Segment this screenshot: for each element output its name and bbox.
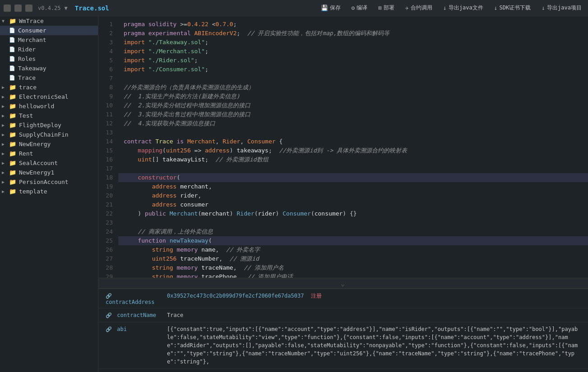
pa-folder-icon: 📁 [9, 179, 16, 185]
root-folder-icon: 📁 [9, 18, 16, 24]
name-value: Trace [167, 311, 581, 319]
ne-label: NewEnergy [19, 141, 51, 147]
merchant-label: Merchant [18, 37, 46, 43]
trace-label: Trace [18, 74, 36, 81]
export-java-project-button[interactable]: ↓ 导出java项目 [539, 3, 584, 13]
line-number-7: 7 [102, 74, 113, 83]
takeaway-file-icon: 📄 [9, 65, 15, 71]
es-label: ElectronicSeal [19, 93, 69, 100]
sidebar-item-persionaccount[interactable]: ▶ 📁 PersionAccount [0, 177, 98, 187]
sidebar-item-test[interactable]: ▶ 📁 Test [0, 111, 98, 120]
version-arrow[interactable]: ▼ [65, 5, 68, 11]
sidebar-item-helloworld[interactable]: ▶ 📁 helloworld [0, 101, 98, 111]
line-number-10: 10 [102, 101, 113, 110]
code-line-15: mapping(uint256 => address) takeaways; /… [118, 146, 588, 155]
sidebar-item-trace[interactable]: 📄 Trace [0, 73, 98, 83]
sidebar-item-template[interactable]: ▶ 📁 template [0, 187, 98, 196]
line-number-4: 4 [102, 47, 113, 56]
export-project-label: 导出java项目 [547, 4, 582, 12]
code-editor[interactable]: 1234567891011121314151617181920212223242… [98, 16, 588, 278]
save-button[interactable]: 💾 保存 [318, 3, 343, 13]
tmpl-folder-icon: 📁 [9, 188, 16, 195]
sidebar-item-sealaccount[interactable]: ▶ 📁 SealAccount [0, 158, 98, 168]
test-label: Test [19, 112, 33, 119]
line-number-17: 17 [102, 164, 113, 173]
code-line-10: // 2.实现外卖分销过程中增加溯源信息的接口 [118, 101, 588, 110]
sidebar-item-rider[interactable]: 📄 Rider [0, 45, 98, 54]
sidebar-item-merchant[interactable]: 📄 Merchant [0, 35, 98, 45]
save-icon[interactable] [25, 5, 32, 12]
sidebar-item-flightdeploy[interactable]: ▶ 📁 FlightDeploy [0, 120, 98, 130]
contract-call-label: 合约调用 [411, 4, 432, 12]
abi-label: 🔗 abi [106, 325, 160, 332]
divider-icon: ⌄ [341, 279, 346, 288]
export-java-icon: ↓ [443, 5, 447, 11]
name-icon: 🔗 [106, 312, 112, 318]
code-line-20: address rider, [118, 191, 588, 200]
code-line-23 [118, 218, 588, 227]
abi-value[interactable]: [{"constant":true,"inputs":[{"name":"acc… [167, 325, 581, 366]
open-file-icon[interactable] [14, 5, 22, 12]
sa-arrow: ▶ [2, 161, 6, 165]
consumer-label: Consumer [18, 27, 46, 34]
info-row-abi: 🔗 abi [{"constant":true,"inputs":[{"name… [98, 322, 588, 369]
sidebar-item-trace-folder[interactable]: ▶ 📁 trace [0, 83, 98, 92]
line-number-28: 28 [102, 263, 113, 272]
hw-label: helloworld [19, 103, 54, 110]
code-line-25: function newTakeaway( [118, 236, 588, 245]
address-value[interactable]: 0x39527ec473c0c2b099d79fe2cf2060fe67da50… [167, 292, 581, 300]
sidebar-item-newenergy1[interactable]: ▶ 📁 NewEnergy1 [0, 168, 98, 177]
sidebar-root-wmtrace[interactable]: ▼ 📁 WmTrace [0, 16, 98, 26]
scf-arrow: ▶ [2, 132, 6, 137]
line-number-15: 15 [102, 146, 113, 155]
code-line-5: import "./Rider.sol"; [118, 56, 588, 65]
sidebar-item-roles[interactable]: 📄 Roles [0, 54, 98, 64]
sidebar-item-rent[interactable]: ▶ 📁 Rent [0, 149, 98, 158]
line-number-5: 5 [102, 56, 113, 65]
code-line-1: pragma solidity >=0.4.22 <0.7.0; [118, 20, 588, 29]
deploy-button[interactable]: ⊞ 部署 [375, 3, 397, 13]
code-line-28: string memory traceName, // 添加用户名 [118, 263, 588, 272]
code-line-7 [118, 74, 588, 83]
rent-label: Rent [19, 150, 33, 157]
sdk-download-button[interactable]: ↓ SDK证书下载 [491, 3, 534, 13]
roles-file-icon: 📄 [9, 56, 15, 62]
line-number-9: 9 [102, 92, 113, 101]
code-line-12: // 4.实现获取外卖溯源信息接口 [118, 119, 588, 128]
rider-file-icon: 📄 [9, 46, 15, 52]
ne1-arrow: ▶ [2, 170, 6, 175]
code-line-18: constructor( [118, 173, 588, 182]
sidebar: ▼ 📁 WmTrace 📄 Consumer 📄 Merchant 📄 Ride… [0, 16, 98, 372]
new-file-icon[interactable] [4, 5, 11, 12]
rent-arrow: ▶ [2, 151, 6, 156]
pane-divider[interactable]: ⌄ [98, 278, 588, 289]
line-number-24: 24 [102, 227, 113, 236]
deploy-btn-label: 部署 [384, 4, 394, 12]
line-numbers: 1234567891011121314151617181920212223242… [98, 16, 118, 278]
sidebar-item-supplychainfin[interactable]: ▶ 📁 SupplyChainFin [0, 130, 98, 139]
info-row-name: 🔗 contractName Trace [98, 308, 588, 322]
code-line-16: uint[] takeawayList; // 外卖溯源id数组 [118, 155, 588, 164]
ne-arrow: ▶ [2, 142, 6, 147]
code-content[interactable]: pragma solidity >=0.4.22 <0.7.0;pragma e… [118, 16, 588, 278]
roles-label: Roles [18, 55, 36, 62]
sidebar-item-electronicseal[interactable]: ▶ 📁 ElectronicSeal [0, 92, 98, 101]
sidebar-item-consumer[interactable]: 📄 Consumer [0, 26, 98, 35]
sa-label: SealAccount [19, 160, 58, 166]
line-number-13: 13 [102, 128, 113, 137]
export-java-button[interactable]: ↓ 导出java文件 [440, 3, 486, 13]
contract-call-button[interactable]: ✈ 合约调用 [403, 3, 435, 13]
compile-button[interactable]: ⚙ 编译 [349, 3, 370, 13]
abi-icon: 🔗 [106, 326, 112, 332]
trace-file-icon: 📄 [9, 75, 15, 81]
pa-label: PersionAccount [19, 179, 69, 185]
sdk-download-label: SDK证书下载 [500, 4, 531, 12]
sidebar-item-takeaway[interactable]: 📄 Takeaway [0, 64, 98, 73]
sa-folder-icon: 📁 [9, 160, 16, 166]
ne1-folder-icon: 📁 [9, 169, 16, 176]
sidebar-item-newenergy[interactable]: ▶ 📁 NewEnergy [0, 139, 98, 149]
rent-folder-icon: 📁 [9, 150, 16, 157]
code-line-27: uint256 traceNumber, // 溯源id [118, 254, 588, 263]
code-line-8: //外卖溯源合约（负责具体外卖溯源信息的生成） [118, 83, 588, 92]
info-row-address: 🔗 contractAddress 0x39527ec473c0c2b099d7… [98, 289, 588, 308]
